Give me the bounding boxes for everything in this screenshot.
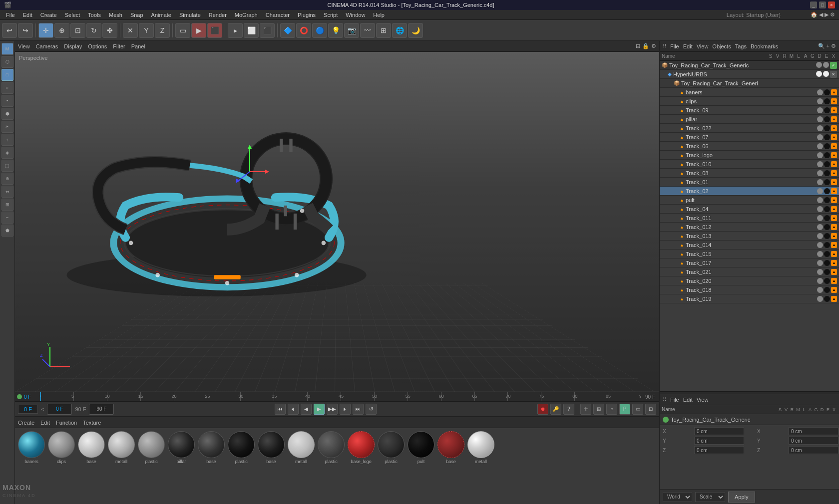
- tool-select-rect[interactable]: □: [1, 69, 13, 81]
- obj-row-track06[interactable]: ▲Track_06▲: [660, 142, 839, 151]
- loop-button[interactable]: ↺: [366, 404, 377, 415]
- move-button[interactable]: ⊕: [54, 23, 69, 38]
- keyframe-help-button[interactable]: ?: [563, 404, 574, 415]
- material-base-2[interactable]: base: [198, 431, 225, 501]
- obj-row-baners[interactable]: ▲baners▲: [660, 88, 839, 97]
- menu-script[interactable]: Script: [320, 11, 342, 19]
- tool-weld[interactable]: ◈: [1, 147, 13, 159]
- tool-point[interactable]: •: [1, 95, 13, 107]
- obj-row-group[interactable]: 📦 Toy_Racing_Car_Track_Generi: [660, 79, 839, 88]
- material-metall-2[interactable]: metall: [288, 431, 315, 501]
- attr-menu-view[interactable]: View: [697, 397, 709, 403]
- history2-button[interactable]: Y: [139, 23, 154, 38]
- history-button[interactable]: ✕: [123, 23, 138, 38]
- display-3[interactable]: ⬛: [260, 23, 275, 38]
- timeline-button[interactable]: ⊞: [593, 404, 604, 415]
- menu-select[interactable]: Select: [61, 11, 84, 19]
- material-metall-3[interactable]: metall: [467, 431, 494, 501]
- record-button[interactable]: ⏺: [537, 404, 548, 415]
- obj-row-pillar[interactable]: ▲pillar▲: [660, 115, 839, 124]
- obj-menu-edit[interactable]: Edit: [683, 43, 693, 49]
- display-2[interactable]: ⬜: [244, 23, 259, 38]
- frame-input[interactable]: 0 F: [47, 404, 72, 415]
- material-metall-1[interactable]: metall: [108, 431, 135, 501]
- obj-menu-objects[interactable]: Objects: [712, 43, 731, 49]
- mat-menu-edit[interactable]: Edit: [40, 420, 50, 426]
- viewport-menu-panel[interactable]: Panel: [131, 43, 145, 49]
- viewport-icon-settings[interactable]: ⚙: [651, 43, 656, 49]
- viewport-menu-options[interactable]: Options: [88, 43, 107, 49]
- obj-tool-search[interactable]: 🔍: [818, 43, 825, 49]
- viewport-menu-view[interactable]: View: [18, 43, 30, 49]
- viewport-icon-expand[interactable]: ⊞: [636, 43, 640, 49]
- menu-tools[interactable]: Tools: [84, 11, 105, 19]
- primitive-light[interactable]: 💡: [328, 23, 343, 38]
- obj-tool-add[interactable]: +: [827, 43, 830, 49]
- scale-button[interactable]: ⊡: [70, 23, 85, 38]
- minimize-button[interactable]: _: [810, 1, 817, 8]
- obj-row-track010[interactable]: ▲Track_010▲: [660, 160, 839, 169]
- menu-plugins[interactable]: Plugins: [294, 11, 320, 19]
- primitive-nurbs[interactable]: 🔵: [312, 23, 327, 38]
- obj-row-clips[interactable]: ▲clips▲: [660, 97, 839, 106]
- obj-row-track01[interactable]: ▲Track_01▲: [660, 178, 839, 187]
- history3-button[interactable]: Z: [155, 23, 170, 38]
- obj-row-pult[interactable]: ▲pult▲: [660, 196, 839, 205]
- primitive-sphere[interactable]: ⭕: [296, 23, 311, 38]
- viewport-menu-filter[interactable]: Filter: [113, 43, 125, 49]
- obj-row-tracklogo[interactable]: ▲Track_logo▲: [660, 151, 839, 160]
- obj-row-hypernurbs[interactable]: ◆ HyperNURBS ✕: [660, 70, 839, 79]
- obj-row-track013[interactable]: ▲Track_013▲: [660, 232, 839, 241]
- auto-keyframe-button[interactable]: 🔑: [550, 404, 561, 415]
- nav-btn-4[interactable]: ⚙: [830, 11, 835, 18]
- nav-btn-2[interactable]: ◀: [819, 11, 823, 18]
- primitive-cube[interactable]: 🔷: [280, 23, 295, 38]
- obj-row-track014[interactable]: ▲Track_014▲: [660, 241, 839, 250]
- add-track-button[interactable]: ✛: [580, 404, 591, 415]
- next-keyframe-button[interactable]: ⏵: [340, 404, 351, 415]
- obj-row-track021[interactable]: ▲Track_021▲: [660, 267, 839, 276]
- menu-edit[interactable]: Edit: [19, 11, 36, 19]
- prev-keyframe-button[interactable]: ⏴: [288, 404, 299, 415]
- tool-lasso[interactable]: ○: [1, 82, 13, 94]
- mat-menu-create[interactable]: Create: [18, 420, 34, 426]
- primitive-env[interactable]: 🌐: [392, 23, 407, 38]
- obj-menu-bookmarks[interactable]: Bookmarks: [751, 43, 778, 49]
- obj-menu-file[interactable]: File: [670, 43, 679, 49]
- menu-simulate[interactable]: Simulate: [175, 11, 205, 19]
- input-y-pos[interactable]: [694, 437, 744, 445]
- apply-button[interactable]: Apply: [728, 492, 755, 503]
- material-plastic-2[interactable]: plastic: [228, 431, 255, 501]
- motion-button[interactable]: P: [619, 404, 630, 415]
- powerslider-button[interactable]: ▭: [632, 404, 643, 415]
- menu-snap[interactable]: Snap: [126, 11, 147, 19]
- attr-menu-edit[interactable]: Edit: [683, 397, 693, 403]
- material-base-4[interactable]: base: [437, 431, 464, 501]
- obj-row-track018[interactable]: ▲Track_018▲: [660, 285, 839, 294]
- tool-mirror[interactable]: ⇔: [1, 186, 13, 198]
- render-button[interactable]: ▶: [191, 23, 206, 38]
- undo-button[interactable]: ↩: [2, 23, 17, 38]
- obj-row-track08[interactable]: ▲Track_08▲: [660, 169, 839, 178]
- menu-mesh[interactable]: Mesh: [105, 11, 126, 19]
- tool-knife[interactable]: ✂: [1, 121, 13, 133]
- display-1[interactable]: ▸: [228, 23, 243, 38]
- obj-row-root[interactable]: 📦 Toy_Racing_Car_Track_Generic ✓: [660, 61, 839, 70]
- transform-type-select[interactable]: Scale Rotate Move: [695, 492, 725, 502]
- obj-row-track022[interactable]: ▲Track_022▲: [660, 124, 839, 133]
- tool-extrude[interactable]: ↑: [1, 134, 13, 146]
- timeline-track[interactable]: 051015202530354045505560657075808590: [40, 392, 641, 401]
- material-base-1[interactable]: base: [78, 431, 105, 501]
- material-pult[interactable]: pult: [408, 431, 434, 501]
- material-plastic-4[interactable]: plastic: [378, 431, 405, 501]
- tool-viewport[interactable]: ⬡: [1, 56, 13, 68]
- material-plastic-3[interactable]: plastic: [318, 431, 345, 501]
- tool-model[interactable]: M: [1, 43, 13, 55]
- obj-row-track09[interactable]: ▲Track_09▲: [660, 106, 839, 115]
- primitive-floor[interactable]: 🌙: [408, 23, 423, 38]
- view-toggle-button[interactable]: ⊡: [645, 404, 656, 415]
- input-x-pos[interactable]: [694, 427, 744, 435]
- nav-btn-1[interactable]: 🏠: [811, 11, 818, 18]
- menu-window[interactable]: Window: [342, 11, 369, 19]
- obj-row-track020[interactable]: ▲Track_020▲: [660, 276, 839, 285]
